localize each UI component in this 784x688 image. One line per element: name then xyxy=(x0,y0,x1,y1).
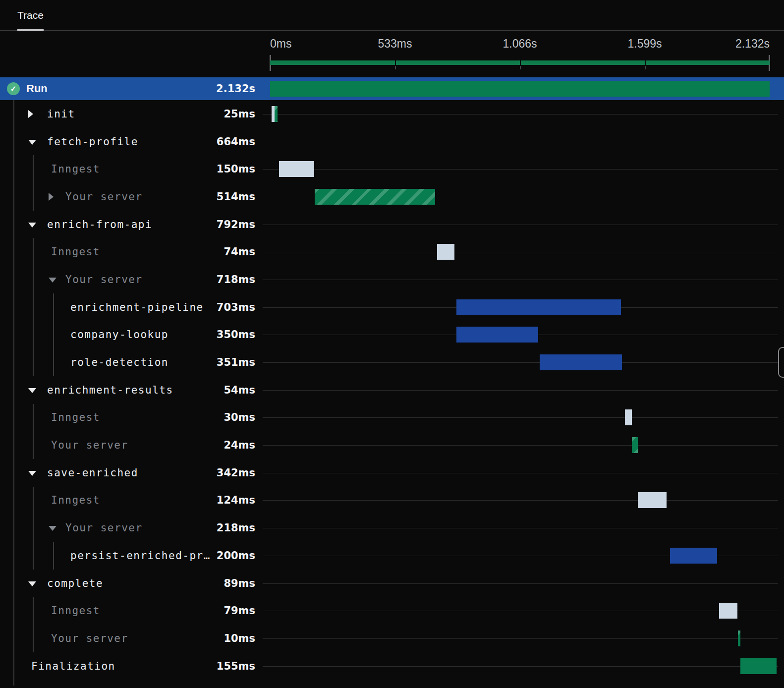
trace-row[interactable]: persist-enriched-pr…200ms xyxy=(0,542,784,570)
trace-row-left: Inngest124ms xyxy=(0,487,263,515)
trace-row-track xyxy=(263,348,784,376)
row-gridline xyxy=(263,280,778,280)
span-label: Your server xyxy=(51,439,128,451)
span-bar-queue[interactable] xyxy=(638,492,667,508)
indent-guide xyxy=(13,542,14,570)
caret-down-icon[interactable] xyxy=(28,581,36,586)
trace-row[interactable]: complete89ms xyxy=(0,570,784,597)
span-label: enrichment-pipeline xyxy=(70,301,204,313)
caret-down-icon[interactable] xyxy=(28,471,36,476)
trace-row-left: enrich-from-api792ms xyxy=(0,211,263,238)
span-bar-server[interactable] xyxy=(315,189,435,205)
trace-row-track xyxy=(263,211,784,238)
indent-guide xyxy=(33,321,34,349)
span-bar-step[interactable] xyxy=(456,327,538,343)
span-label: Inngest xyxy=(51,494,100,506)
indent-guide xyxy=(13,293,14,321)
span-bar-queue[interactable] xyxy=(719,603,737,619)
trace-row[interactable]: Finalization155ms xyxy=(0,652,784,680)
trace-row[interactable]: Inngest74ms xyxy=(0,238,784,266)
indent-guide xyxy=(13,514,14,542)
row-gridline xyxy=(263,445,778,446)
trace-row[interactable]: Inngest30ms xyxy=(0,404,784,432)
span-label: Inngest xyxy=(51,163,100,175)
run-row[interactable]: ✓ Run 2.132s xyxy=(0,77,784,100)
span-bar-step[interactable] xyxy=(670,548,717,564)
span-duration: 664ms xyxy=(217,136,255,148)
span-label: Your server xyxy=(65,191,143,203)
timeline-tick-label: 2.132s xyxy=(735,37,770,51)
caret-down-icon[interactable] xyxy=(28,140,36,145)
trace-row-left: Your server10ms xyxy=(0,625,263,652)
span-bar-run[interactable] xyxy=(740,658,777,674)
caret-right-icon[interactable] xyxy=(49,193,54,201)
trace-row[interactable]: Inngest124ms xyxy=(0,487,784,515)
trace-row[interactable]: Your server24ms xyxy=(0,431,784,459)
span-bar-step[interactable] xyxy=(456,299,621,315)
caret-down-icon[interactable] xyxy=(28,223,36,228)
row-gridline xyxy=(263,473,778,473)
trace-row[interactable]: enrichment-results54ms xyxy=(0,376,784,404)
tab-trace[interactable]: Trace xyxy=(17,0,44,30)
trace-row[interactable]: enrich-from-api792ms xyxy=(0,211,784,238)
trace-row[interactable]: enrichment-pipeline703ms xyxy=(0,293,784,321)
trace-row-left: Inngest79ms xyxy=(0,597,263,625)
trace-row-track xyxy=(263,128,784,156)
indent-guide xyxy=(13,100,14,128)
trace-row-left: complete89ms xyxy=(0,570,263,597)
span-bar-queue[interactable] xyxy=(625,409,632,425)
caret-down-icon[interactable] xyxy=(49,278,56,283)
span-bar-server[interactable] xyxy=(632,437,637,453)
span-label: save-enriched xyxy=(47,467,138,479)
trace-row-track xyxy=(263,100,784,128)
trace-row-left: enrichment-pipeline703ms xyxy=(0,293,263,321)
trace-row[interactable]: Your server514ms xyxy=(0,183,784,211)
indent-guide xyxy=(33,155,34,183)
timeline-header: 0ms533ms1.066s1.599s2.132s xyxy=(0,31,784,77)
trace-row-left: fetch-profile664ms xyxy=(0,128,263,156)
caret-down-icon[interactable] xyxy=(49,526,56,531)
timeline-minimap[interactable] xyxy=(270,55,770,71)
trace-row[interactable]: Inngest79ms xyxy=(0,597,784,625)
scrollbar-thumb[interactable] xyxy=(778,347,784,378)
caret-down-icon[interactable] xyxy=(28,388,36,393)
trace-row[interactable]: save-enriched342ms xyxy=(0,459,784,487)
trace-row[interactable]: Inngest150ms xyxy=(0,155,784,183)
run-duration: 2.132s xyxy=(216,83,255,95)
indent-guide xyxy=(33,514,34,542)
trace-row[interactable]: role-detection351ms xyxy=(0,348,784,376)
indent-guide xyxy=(13,183,14,211)
trace-row[interactable]: Your server718ms xyxy=(0,266,784,293)
indent-guide xyxy=(53,348,54,376)
caret-right-icon[interactable] xyxy=(28,110,33,118)
indent-guide xyxy=(13,404,14,432)
trace-row-left: Your server24ms xyxy=(0,431,263,459)
indent-guide xyxy=(53,293,54,321)
indent-guide xyxy=(33,625,34,652)
span-bar-server[interactable] xyxy=(275,106,278,122)
trace-row[interactable]: fetch-profile664ms xyxy=(0,128,784,156)
indent-guide xyxy=(13,431,14,459)
span-bar-step[interactable] xyxy=(540,354,622,370)
tab-bar: Trace xyxy=(0,0,784,31)
span-label: Finalization xyxy=(31,660,115,672)
span-bar-server[interactable] xyxy=(738,631,740,646)
span-duration: 792ms xyxy=(217,219,255,230)
row-gridline xyxy=(263,611,778,611)
span-bar-queue[interactable] xyxy=(437,244,454,260)
trace-row[interactable]: company-lookup350ms xyxy=(0,321,784,349)
span-duration: 155ms xyxy=(217,660,255,672)
trace-row[interactable]: Your server218ms xyxy=(0,514,784,542)
trace-row-left: role-detection351ms xyxy=(0,348,263,376)
trace-row[interactable]: init25ms xyxy=(0,100,784,128)
run-span-bar[interactable] xyxy=(270,81,770,97)
span-label: Your server xyxy=(65,522,143,534)
trace-row-track xyxy=(263,431,784,459)
trace-row-track xyxy=(263,459,784,487)
span-bar-queue[interactable] xyxy=(279,161,314,177)
trace-row-left: Your server218ms xyxy=(0,514,263,542)
indent-guide xyxy=(13,376,14,404)
trace-row-left: Your server514ms xyxy=(0,183,263,211)
trace-row[interactable]: Your server10ms xyxy=(0,625,784,652)
span-label: Inngest xyxy=(51,605,100,617)
